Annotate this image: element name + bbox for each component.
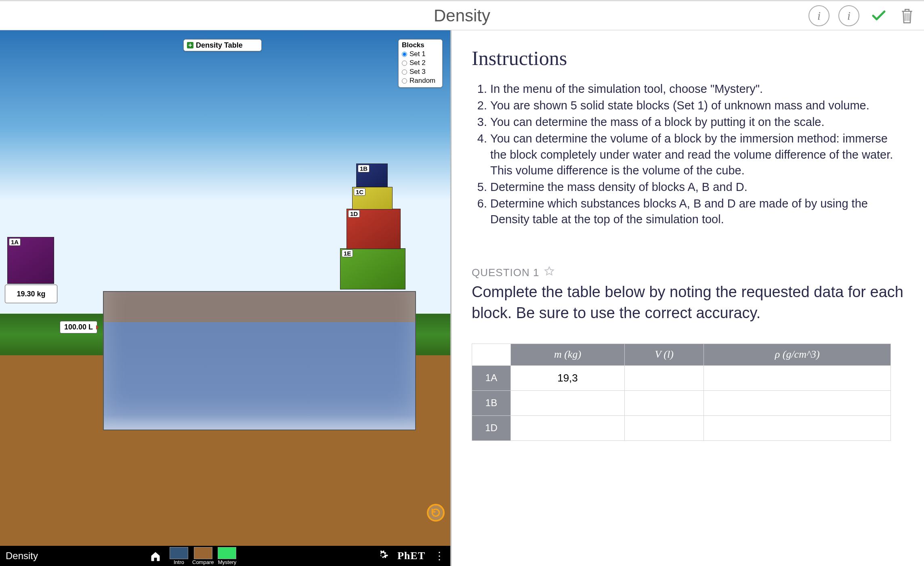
block-c-label: 1C — [354, 188, 365, 196]
row-id: 1A — [472, 365, 511, 390]
star-icon[interactable] — [544, 266, 554, 279]
row-id: 1D — [472, 415, 511, 440]
gear-icon[interactable] — [377, 549, 388, 563]
cell-volume[interactable] — [624, 390, 704, 415]
check-icon[interactable] — [868, 5, 889, 26]
volume-readout: 100.00 L — [60, 321, 97, 333]
cell-density[interactable] — [704, 365, 891, 390]
app-header: Density i i — [0, 0, 924, 30]
water-pool[interactable] — [103, 291, 416, 430]
page-title: Density — [434, 6, 490, 25]
trash-icon[interactable] — [898, 5, 916, 26]
radio-set3[interactable] — [402, 69, 407, 75]
table-row: 1A 19,3 — [472, 365, 891, 390]
instruction-item: In the menu of the simulation tool, choo… — [490, 81, 904, 97]
nav-intro-thumb-icon — [170, 547, 188, 559]
row-id: 1B — [472, 390, 511, 415]
block-d-label: 1D — [348, 210, 360, 218]
kebab-menu-icon[interactable]: ⋮ — [434, 550, 445, 562]
table-row: 1B — [472, 390, 891, 415]
question-body: Complete the table below by noting the r… — [472, 282, 904, 323]
radio-random[interactable] — [402, 78, 407, 84]
simulation-pane: + Density Table Blocks Set 1 Set 2 Set 3… — [0, 30, 450, 566]
density-table-button[interactable]: + Density Table — [183, 39, 262, 51]
question-label: QUESTION 1 — [472, 266, 539, 279]
density-table-label: Density Table — [196, 41, 243, 50]
info-icon[interactable]: i — [838, 5, 859, 26]
blocks-option-set2[interactable]: Set 2 — [402, 59, 439, 67]
nav-mystery-thumb-icon — [218, 547, 236, 559]
col-density: ρ (g/cm^3) — [704, 344, 891, 365]
block-a[interactable]: 1A — [7, 237, 54, 284]
instructions-heading: Instructions — [472, 46, 904, 70]
cell-volume[interactable] — [624, 415, 704, 440]
instruction-item: You are shown 5 solid state blocks (Set … — [490, 98, 904, 113]
block-c[interactable]: 1C — [352, 187, 393, 210]
nav-compare[interactable]: Compare — [192, 547, 214, 566]
nav-compare-thumb-icon — [194, 547, 212, 559]
col-volume: V (l) — [624, 344, 704, 365]
sim-nav: Intro Compare Mystery — [145, 546, 236, 566]
block-e[interactable]: 1E — [340, 248, 405, 289]
cell-density[interactable] — [704, 415, 891, 440]
blocks-panel-header: Blocks — [402, 41, 439, 49]
radio-set1[interactable] — [402, 52, 407, 57]
phet-logo[interactable]: PhET — [397, 550, 425, 562]
instruction-item: You can determine the mass of a block by… — [490, 114, 904, 130]
table-row: 1D — [472, 415, 891, 440]
block-e-label: 1E — [342, 249, 353, 257]
blocks-set-panel: Blocks Set 1 Set 2 Set 3 Random — [398, 39, 443, 88]
answer-table: m (kg) V (l) ρ (g/cm^3) 1A 19,3 1B — [472, 344, 891, 441]
nav-mystery[interactable]: Mystery — [218, 547, 236, 566]
cell-volume[interactable] — [624, 365, 704, 390]
instructions-pane[interactable]: Instructions In the menu of the simulati… — [450, 30, 924, 566]
blocks-option-set1[interactable]: Set 1 — [402, 50, 439, 58]
blocks-option-set3[interactable]: Set 3 — [402, 68, 439, 76]
question-header: QUESTION 1 — [472, 266, 904, 279]
block-b[interactable]: 1B — [356, 164, 388, 187]
info-icon[interactable]: i — [808, 5, 830, 26]
header-actions: i i — [808, 5, 916, 26]
nav-intro[interactable]: Intro — [170, 547, 188, 566]
cell-density[interactable] — [704, 390, 891, 415]
col-mass: m (kg) — [511, 344, 625, 365]
main-split: + Density Table Blocks Set 1 Set 2 Set 3… — [0, 30, 924, 566]
cell-mass[interactable] — [511, 415, 625, 440]
radio-set2[interactable] — [402, 61, 407, 66]
instructions-list: In the menu of the simulation tool, choo… — [490, 81, 904, 227]
reload-button[interactable] — [427, 504, 445, 522]
block-a-label: 1A — [9, 238, 21, 246]
simulation-canvas: + Density Table Blocks Set 1 Set 2 Set 3… — [0, 30, 450, 546]
block-d[interactable]: 1D — [346, 209, 401, 249]
instruction-item: Determine the mass density of blocks A, … — [490, 179, 904, 195]
instruction-item: You can determine the volume of a block … — [490, 131, 904, 178]
blocks-option-random[interactable]: Random — [402, 77, 439, 85]
plus-icon: + — [187, 42, 193, 48]
cell-mass[interactable]: 19,3 — [511, 365, 625, 390]
simulation-footer: Density Intro Compare Mystery PhET ⋮ — [0, 546, 450, 566]
scale-readout: 19.30 kg — [5, 285, 57, 303]
sim-footer-title: Density — [6, 550, 38, 562]
instruction-item: Determine which substances blocks A, B a… — [490, 196, 904, 227]
cell-mass[interactable] — [511, 390, 625, 415]
block-b-label: 1B — [358, 165, 370, 172]
col-blank — [472, 344, 511, 365]
